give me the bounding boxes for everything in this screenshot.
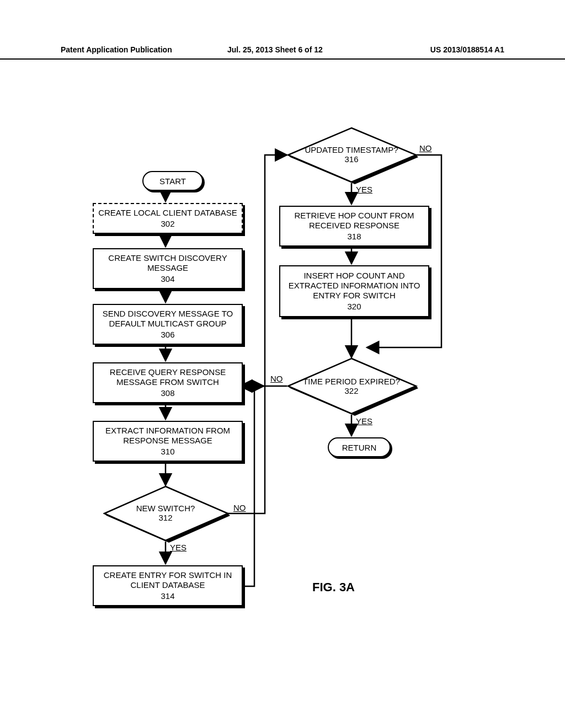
process-306-num: 306 xyxy=(161,330,174,340)
terminator-return: RETURN xyxy=(328,437,391,457)
process-318-num: 318 xyxy=(347,232,361,242)
edge-312-yes: YES xyxy=(170,543,186,552)
process-308-num: 308 xyxy=(161,388,174,398)
process-302: CREATE LOCAL CLIENT DATABASE 302 xyxy=(93,203,243,234)
process-308-text: RECEIVE QUERY RESPONSE MESSAGE FROM SWIT… xyxy=(97,367,238,387)
figure-label: FIG. 3A xyxy=(312,580,355,595)
process-310: EXTRACT INFORMATION FROM RESPONSE MESSAG… xyxy=(93,421,243,462)
edge-322-yes: YES xyxy=(356,416,372,426)
process-304-num: 304 xyxy=(161,274,174,284)
process-320: INSERT HOP COUNT AND EXTRACTED INFORMATI… xyxy=(279,265,429,317)
edge-316-yes: YES xyxy=(356,185,372,194)
process-318-text: RETRIEVE HOP COUNT FROM RECEIVED RESPONS… xyxy=(284,211,425,231)
terminator-start: START xyxy=(142,171,203,191)
process-302-text: CREATE LOCAL CLIENT DATABASE xyxy=(98,208,237,218)
edge-312-no: NO xyxy=(233,503,246,512)
process-320-num: 320 xyxy=(347,302,361,312)
process-310-num: 310 xyxy=(161,447,174,457)
process-310-text: EXTRACT INFORMATION FROM RESPONSE MESSAG… xyxy=(97,426,238,446)
process-314-num: 314 xyxy=(161,591,174,601)
terminator-start-label: START xyxy=(159,176,186,186)
process-308: RECEIVE QUERY RESPONSE MESSAGE FROM SWIT… xyxy=(93,362,243,403)
edge-316-no: NO xyxy=(419,143,432,153)
process-320-text: INSERT HOP COUNT AND EXTRACTED INFORMATI… xyxy=(284,271,425,301)
process-306: SEND DISCOVERY MESSAGE TO DEFAULT MULTIC… xyxy=(93,304,243,345)
process-314: CREATE ENTRY FOR SWITCH IN CLIENT DATABA… xyxy=(93,565,243,606)
process-304: CREATE SWITCH DISCOVERY MESSAGE 304 xyxy=(93,248,243,289)
edge-322-no: NO xyxy=(270,374,283,383)
process-304-text: CREATE SWITCH DISCOVERY MESSAGE xyxy=(97,253,238,273)
terminator-return-label: RETURN xyxy=(342,443,377,452)
process-302-num: 302 xyxy=(161,219,174,229)
process-306-text: SEND DISCOVERY MESSAGE TO DEFAULT MULTIC… xyxy=(97,309,238,329)
flow-arrows xyxy=(0,0,565,728)
process-318: RETRIEVE HOP COUNT FROM RECEIVED RESPONS… xyxy=(279,206,429,247)
process-314-text: CREATE ENTRY FOR SWITCH IN CLIENT DATABA… xyxy=(97,570,238,590)
